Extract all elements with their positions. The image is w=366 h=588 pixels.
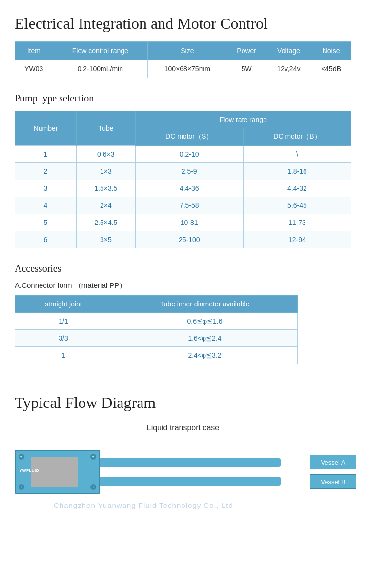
spec-table-header: Size (148, 42, 227, 60)
pump-table-cell: 5 (15, 214, 77, 231)
pump-box: + + + + YWFLUID (15, 450, 100, 494)
pump-table-row: 21×32.5-91.8-16 (15, 163, 351, 180)
pump-table-cell: \ (243, 146, 351, 163)
pump-table-cell: 10-81 (135, 214, 243, 231)
spec-table-header: Voltage (266, 42, 311, 60)
acc-table-cell: 2.4<φ≦3.2 (112, 347, 298, 364)
vessel-a: Vessel A (310, 455, 356, 469)
pump-section-title: Pump type selection (15, 93, 351, 104)
pump-table-row: 42×47.5-585.6-45 (15, 197, 351, 214)
pump-table-cell: 4 (15, 197, 77, 214)
pump-table-cell: 2×4 (77, 197, 136, 214)
vessel-b: Vessel B (310, 474, 356, 489)
acc-table-row: 1/10.6≦φ≦1.6 (15, 313, 298, 330)
flow-title: Typical Flow Diagram (15, 394, 351, 412)
pump-table-row: 52.5×4.510-8111-73 (15, 214, 351, 231)
acc-table-cell: 3/3 (15, 330, 112, 347)
pump-table-cell: 7.5-58 (135, 197, 243, 214)
spec-table-cell: YW03 (15, 60, 53, 78)
pump-header-dc-b: DC motor（B） (243, 128, 351, 146)
flow-subtitle: Liquid transport case (15, 424, 351, 432)
spec-table-header: Noise (311, 42, 351, 60)
spec-table-header: Power (227, 42, 266, 60)
screw-tl: + (19, 454, 24, 460)
pump-table-cell: 5.6-45 (243, 197, 351, 214)
accessories-subtitle: A.Connector form （material PP） (15, 281, 351, 290)
spec-table-cell: <45dB (311, 60, 351, 78)
pump-header-number: Number (15, 111, 77, 146)
pump-table-cell: 3×5 (77, 231, 136, 248)
spec-table-cell: 5W (227, 60, 266, 78)
accessories-title: Accessories (15, 263, 351, 274)
spec-table-cell: 0.2-100mL/min (53, 60, 147, 78)
acc-table-cell: 0.6≦φ≦1.6 (112, 313, 298, 330)
accessories-table: straight jointTube inner diameter availa… (15, 295, 298, 364)
spec-table-cell: 100×68×75mm (148, 60, 227, 78)
acc-table-cell: 1/1 (15, 313, 112, 330)
spec-table-header: Item (15, 42, 53, 60)
main-title: Electrical Integration and Motor Control (15, 15, 351, 33)
pump-table-cell: 4.4-32 (243, 180, 351, 197)
acc-table-cell: 1 (15, 347, 112, 364)
pump-table-cell: 0.2-10 (135, 146, 243, 163)
pump-table-cell: 0.6×3 (77, 146, 136, 163)
pump-table-cell: 1 (15, 146, 77, 163)
pump-table-row: 63×525-10012-94 (15, 231, 351, 248)
spec-table-row: YW030.2-100mL/min100×68×75mm5W12v,24v<45… (15, 60, 351, 78)
flow-diagram: + + + + YWFLUID Vessel A Vessel B Changz… (15, 441, 356, 505)
page-container: Electrical Integration and Motor Control… (0, 0, 366, 514)
pump-table-cell: 6 (15, 231, 77, 248)
spec-table: ItemFlow control rangeSizePowerVoltageNo… (15, 41, 351, 78)
watermark: Changzhen Yuanwang Fluid Technology Co.,… (54, 501, 233, 509)
pump-header-tube: Tube (77, 111, 136, 146)
acc-header-diameter: Tube inner diameter available (112, 296, 298, 313)
pump-table-cell: 4.4-36 (135, 180, 243, 197)
acc-table-row: 3/31.6<φ≦2.4 (15, 330, 298, 347)
pump-table-cell: 1×3 (77, 163, 136, 180)
spec-table-header: Flow control range (53, 42, 147, 60)
screw-br: + (90, 484, 96, 490)
spec-table-cell: 12v,24v (266, 60, 311, 78)
tube-top (100, 458, 281, 467)
pump-logo: YWFLUID (20, 468, 39, 473)
pump-table-cell: 2.5-9 (135, 163, 243, 180)
pump-table-cell: 1.5×3.5 (77, 180, 136, 197)
pump-table-cell: 2.5×4.5 (77, 214, 136, 231)
pump-table-cell: 2 (15, 163, 77, 180)
screw-tr: + (90, 454, 96, 460)
pump-table-cell: 25-100 (135, 231, 243, 248)
pump-table-row: 31.5×3.54.4-364.4-32 (15, 180, 351, 197)
acc-table-cell: 1.6<φ≦2.4 (112, 330, 298, 347)
pump-header-flow-rate-range: Flow rate range (135, 111, 351, 128)
acc-header-joint: straight joint (15, 296, 112, 313)
pump-table: NumberTubeFlow rate range DC motor（S）DC … (15, 111, 351, 248)
pump-table-cell: 12-94 (243, 231, 351, 248)
pump-table-cell: 11-73 (243, 214, 351, 231)
pump-table-cell: 1.8-16 (243, 163, 351, 180)
tube-bottom (100, 477, 281, 486)
screw-bl: + (19, 484, 24, 490)
acc-table-row: 12.4<φ≦3.2 (15, 347, 298, 364)
pump-table-row: 10.6×30.2-10\ (15, 146, 351, 163)
pump-header-dc-s: DC motor（S） (135, 128, 243, 146)
pump-table-cell: 3 (15, 180, 77, 197)
divider (15, 379, 351, 379)
